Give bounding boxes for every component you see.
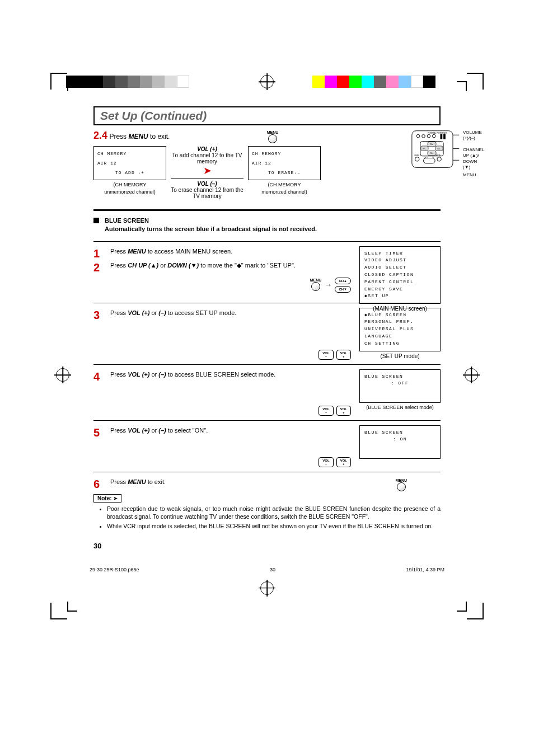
- svg-text:VOL: VOL: [437, 148, 441, 150]
- print-registration-bottom: 29-30 25R-S100.p65e 30 19/1/01, 4:39 PM: [0, 567, 534, 623]
- menu-button-icon: MENU: [267, 130, 279, 144]
- print-registration-top: [0, 50, 534, 95]
- svg-text:VOL: VOL: [423, 148, 426, 150]
- svg-rect-14: [424, 158, 435, 163]
- square-bullet-icon: [93, 218, 99, 223]
- blue-screen-off-osd: BLUE SCREEN : OFF (BLUE SCREEN select mo…: [359, 369, 441, 410]
- step-3: 3 Press VOL (+) or (–) to access SET UP …: [93, 303, 441, 364]
- step-5: 5 Press VOL (+) or (–) to select "ON". V…: [93, 420, 441, 472]
- osd-memorized: CH MEMORY AIR 12 TO ERASE:–: [248, 146, 321, 180]
- arrow-right-icon: ➤: [171, 165, 243, 177]
- vol-buttons: VOL– VOL+: [318, 350, 351, 360]
- svg-point-2: [422, 134, 425, 138]
- svg-point-13: [437, 157, 442, 162]
- vol-plus-button[interactable]: VOL+: [336, 406, 351, 416]
- registration-mark-right: [465, 368, 478, 382]
- menu-button: MENU: [395, 478, 407, 492]
- blue-screen-on-osd: BLUE SCREEN : ON: [359, 425, 441, 459]
- svg-point-3: [427, 134, 430, 138]
- svg-text:MUTE: MUTE: [436, 154, 441, 157]
- menu-button-icon: MENU: [395, 478, 407, 492]
- svg-text:PERSONAL PREFERENCE: PERSONAL PREFERENCE: [428, 132, 447, 134]
- vol-plus-button[interactable]: VOL+: [336, 457, 351, 467]
- svg-point-1: [416, 134, 420, 138]
- registration-mark: [260, 75, 274, 88]
- vol-minus-button[interactable]: VOL–: [318, 457, 333, 467]
- step-number: 2.4: [93, 130, 107, 141]
- vol-plus-button[interactable]: VOL+: [336, 350, 351, 360]
- vol-buttons: VOL– VOL+: [318, 406, 351, 416]
- step-6: 6 Press MENU to exit. MENU: [93, 472, 441, 494]
- menu-ch-buttons: MENU → CH▲ CH▼: [310, 278, 351, 293]
- grayscale-bars: [66, 76, 189, 88]
- svg-rect-6: [443, 134, 446, 139]
- svg-text:CH▼: CH▼: [430, 152, 434, 154]
- step-2-4: 2.4 Press MENU to exit. MENU CH MEMORY A…: [93, 130, 441, 199]
- page-content: Set Up (Continued) 2.4 Press MENU to exi…: [93, 106, 441, 550]
- menu-button-icon: MENU: [310, 278, 322, 292]
- setup-osd: ◆BLUE SCREEN PERSONAL PREF. UNIVERSAL PL…: [359, 308, 441, 359]
- vol-minus-button[interactable]: VOL–: [318, 406, 333, 416]
- svg-text:MENU: MENU: [415, 154, 419, 157]
- registration-mark: [260, 581, 274, 595]
- footer-date: 19/1/01, 4:39 PM: [406, 567, 444, 572]
- section-title: Set Up (Continued): [93, 106, 441, 125]
- remote-diagram: PERSONAL PREFERENCE CH▲ VOL VOL CH▼ MENU…: [408, 129, 464, 172]
- main-menu-osd: SLEEP TIMERVIDEO ADJUSTAUDIO SELECT CLOS…: [359, 246, 441, 312]
- ch-up-button[interactable]: CH▲: [335, 278, 351, 284]
- footer-page: 30: [270, 567, 275, 572]
- svg-rect-5: [441, 134, 443, 139]
- color-bars: [312, 76, 435, 88]
- note-section: Note: ➤ Poor reception due to weak signa…: [93, 494, 441, 530]
- svg-point-12: [415, 157, 420, 162]
- blue-screen-heading: BLUE SCREEN Automatically turns the scre…: [93, 217, 441, 233]
- vol-buttons: VOL– VOL+: [318, 457, 351, 467]
- steps-1-2: 1 Press MENU to access MAIN MENU screen.…: [93, 241, 441, 303]
- svg-point-4: [432, 134, 435, 138]
- svg-text:TV: TV: [432, 157, 434, 159]
- page-number: 30: [93, 542, 441, 550]
- vol-minus-button[interactable]: VOL–: [318, 350, 333, 360]
- step-4: 4 Press VOL (+) or (–) to access BLUE SC…: [93, 364, 441, 420]
- footer-filename: 29-30 25R-S100.p65e: [90, 567, 139, 572]
- registration-mark-left: [56, 368, 69, 382]
- svg-text:CH▲: CH▲: [430, 143, 434, 145]
- ch-down-button[interactable]: CH▼: [335, 286, 351, 293]
- osd-unmemorized: CH MEMORY AIR 12 TO ADD :+: [93, 146, 166, 180]
- svg-text:CATV: CATV: [424, 157, 428, 159]
